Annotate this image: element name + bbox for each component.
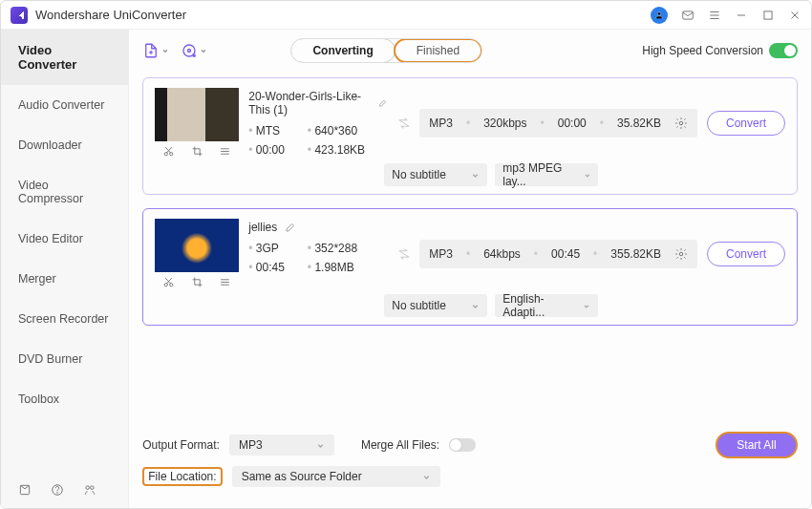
crop-icon[interactable] [191,276,203,288]
sidebar-item-video-compressor[interactable]: Video Compressor [1,165,128,219]
tab-converting[interactable]: Converting [290,38,395,63]
subtitle-select[interactable]: No subtitle [384,294,487,317]
convert-arrow-icon [396,246,412,262]
svg-rect-2 [764,11,772,18]
sidebar-item-audio-converter[interactable]: Audio Converter [1,85,128,125]
merge-toggle[interactable] [449,438,476,452]
out-size: 35.82KB [617,117,661,130]
help-icon[interactable] [51,483,64,497]
rename-icon[interactable] [378,97,388,109]
sidebar-nav: Video Converter Audio Converter Download… [1,30,128,472]
output-settings[interactable]: MP3• 320kbps• 00:00• 35.82KB [419,109,697,138]
subtitle-select[interactable]: No subtitle [384,163,487,186]
src-duration: 00:00 [248,143,285,157]
audio-layout-select[interactable]: English-Adapti... [495,294,598,317]
hsc-label: High Speed Conversion [642,44,763,57]
file-card: 20-Wonder-Girls-Like-This (1) MTS 00:00 … [142,77,798,195]
file-location-select[interactable]: Same as Source Folder [232,466,440,487]
add-dvd-button[interactable] [181,42,207,59]
gear-icon[interactable] [674,247,688,261]
src-format: MTS [248,124,285,138]
src-resolution: 640*360 [308,124,365,138]
account-icon[interactable] [651,7,668,24]
out-size: 355.82KB [610,247,661,261]
output-format-select[interactable]: MP3 [229,435,334,456]
svg-point-0 [657,11,660,14]
svg-point-7 [91,486,95,490]
svg-point-5 [57,493,58,494]
rename-icon[interactable] [285,222,296,233]
effects-icon[interactable] [219,145,231,158]
audio-layout-select[interactable]: mp3 MPEG lay... [495,163,598,186]
svg-point-15 [679,252,683,256]
app-logo [11,7,28,24]
sidebar-item-toolbox[interactable]: Toolbox [1,379,128,419]
merge-label: Merge All Files: [361,438,439,452]
start-all-button[interactable]: Start All [716,432,798,458]
window-title: Wondershare UniConverter [35,8,651,22]
tab-finished[interactable]: Finished [394,38,482,63]
out-duration: 00:00 [558,117,587,130]
file-location-label: File Location: [142,467,222,486]
close-icon[interactable] [788,9,801,22]
file-name: 20-Wonder-Girls-Like-This (1) [248,90,370,117]
minimize-icon[interactable] [735,9,748,22]
sidebar-item-downloader[interactable]: Downloader [1,125,128,165]
convert-arrow-icon [396,116,412,131]
menu-icon[interactable] [708,9,721,22]
svg-rect-1 [683,11,694,18]
output-format-label: Output Format: [142,438,220,452]
crop-icon[interactable] [191,145,203,158]
trim-icon[interactable] [162,276,175,288]
file-name: jellies [248,221,277,234]
out-bitrate: 64kbps [483,247,521,261]
output-settings[interactable]: MP3• 64kbps• 00:45• 355.82KB [419,240,697,268]
hsc-toggle[interactable] [769,43,798,58]
sidebar-item-video-editor[interactable]: Video Editor [1,219,128,259]
svg-point-6 [86,486,90,490]
src-resolution: 352*288 [308,242,357,255]
thumbnail[interactable] [155,219,239,272]
feedback-icon[interactable] [83,483,96,497]
src-duration: 00:45 [248,261,285,274]
gear-icon[interactable] [674,117,688,130]
out-format: MP3 [429,117,453,130]
effects-icon[interactable] [219,276,231,288]
file-card: jellies 3GP 00:45 352*288 1.98MB [142,208,798,326]
src-size: 1.98MB [308,261,357,274]
maximize-icon[interactable] [761,9,775,22]
svg-point-12 [679,121,683,125]
trim-icon[interactable] [162,145,175,158]
src-size: 423.18KB [308,143,365,157]
add-file-button[interactable] [142,42,169,59]
sidebar-item-screen-recorder[interactable]: Screen Recorder [1,299,128,339]
svg-point-9 [188,50,191,53]
tutorial-icon[interactable] [18,483,32,497]
convert-button[interactable]: Convert [707,111,785,136]
out-format: MP3 [429,247,453,261]
mail-icon[interactable] [681,9,694,22]
sidebar-item-merger[interactable]: Merger [1,259,128,299]
src-format: 3GP [248,242,285,255]
convert-button[interactable]: Convert [707,242,785,266]
thumbnail[interactable] [155,88,239,141]
out-bitrate: 320kbps [483,117,526,130]
out-duration: 00:45 [551,247,580,261]
sidebar-item-dvd-burner[interactable]: DVD Burner [1,339,128,379]
sidebar-item-video-converter[interactable]: Video Converter [1,30,128,85]
